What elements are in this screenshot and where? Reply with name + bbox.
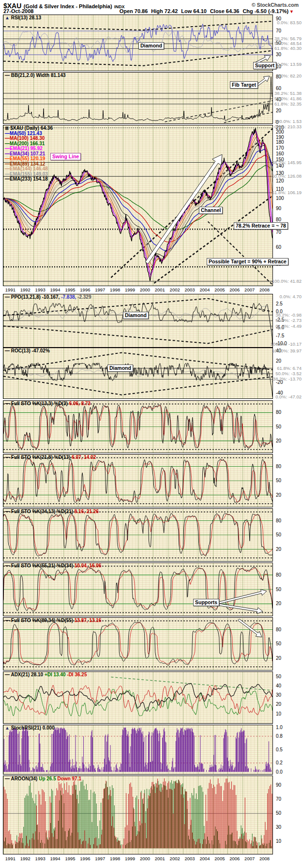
quote-label: Open [120, 8, 133, 14]
axis-tick: 60 [276, 244, 281, 249]
year-label: 2000 [140, 287, 150, 292]
fib-retracement-label: 0.0%: -47.02 [275, 394, 302, 399]
legend-item: — Full STO %K(89,34) %D(55) [5, 618, 75, 623]
legend-item: — ADX(21) 28.10 [5, 672, 45, 677]
year-label: 2008 [259, 287, 270, 292]
panel-aroon-chart [3, 776, 272, 854]
panel-sto-21-8-chart [3, 455, 272, 507]
x-axis-years: 1991199219931994199519961997199819992000… [3, 287, 273, 293]
axis-roc: 4020-20-40100.0%: 39.9761.8%: 6.7450.0%:… [274, 348, 302, 399]
legend-item: 6.06, 8.73 [69, 401, 91, 406]
stockcharts-chart: $XAU (Gold & Silver Index - Philadelphia… [0, 0, 302, 868]
panel-sto-34-13-legend: — Full STO %K(34,13) %D(21) 8.16, 21.26 [5, 509, 99, 515]
panel-sto-55-21: — Full STO %K(55,21) %D(34) 10.04, 16.06… [3, 563, 273, 616]
axis-tick: 50 [276, 424, 281, 429]
legend-item: 10.04, 16.06 [75, 563, 102, 568]
axis-tick: 200 [276, 129, 284, 134]
quote-value: 72.42 [165, 8, 178, 14]
axis-tick: 50 [276, 532, 281, 537]
quote-value: 64.10 [193, 8, 207, 14]
legend-item: —MA(100) 148.30 [5, 136, 45, 141]
legend-item: 6.07, 14.02 [72, 455, 96, 460]
axis-tick: 100 [276, 195, 284, 200]
axis-sto-34-13: 805020 [274, 508, 302, 562]
quote-label: Chg [242, 8, 253, 14]
quote-label: High [151, 8, 163, 14]
panel-price-main: ≣ $XAU (Daily) 64.36—MA(50) 121.43—MA(10… [3, 125, 273, 286]
axis-tick: 90 [276, 206, 281, 211]
year-label: 1994 [50, 287, 60, 292]
year-label: 1993 [35, 856, 45, 861]
quote-value: -6.50 (-9.17%) [255, 8, 288, 14]
legend-item: —EMA(155) 149.03 [5, 171, 48, 177]
axis-tick: 50 [276, 673, 281, 679]
callout-arrow [238, 619, 262, 637]
fib-retracement-label: 61.8%: -4.49 [275, 323, 302, 328]
fib-retracement-label: 50.0%: 126.08 [272, 173, 302, 179]
quote-row: 27-Oct-2008 Open70.86High72.42Low64.10Cl… [3, 8, 299, 15]
year-label: 2001 [155, 287, 165, 292]
fib-retracement-label: 38.2%: 145.95 [272, 159, 302, 165]
year-label: 2003 [185, 287, 195, 292]
legend-item: — PPO(13,21,8) -10.167, [5, 294, 60, 300]
panel-rsi-chart [3, 15, 272, 71]
trendline-dashed [111, 677, 272, 691]
axis-tick: 0.2 [276, 760, 283, 765]
legend-item: -2.329 [76, 294, 91, 300]
year-label: 1998 [110, 287, 120, 292]
site-credit: © StockCharts.com [252, 2, 299, 8]
fib-retracement-label: 61.8%: 40.30 [274, 46, 302, 51]
fib-retracement-label: 38.2%: -13.70 [273, 376, 302, 381]
axis-tick: 10 [276, 711, 281, 716]
change-dropdown-icon[interactable]: ▼ [289, 9, 294, 14]
axis-tick: 180 [276, 139, 284, 144]
legend-item: —EMA(144) 146.48 [5, 166, 48, 171]
panel-adx: — ADX(21) 28.10 +DI 13.40 -DI 36.25 [3, 671, 273, 724]
fib-retracement-label: 38.2%: 51.38 [274, 90, 302, 95]
panel-ppo-chart [3, 294, 272, 347]
axis-stochrsi: 1.00.80.50.20.0 [274, 725, 302, 775]
legend-item: RSI(13) 28.13 [10, 15, 41, 20]
series-line [3, 513, 272, 556]
fib-retracement-label: 50.0%: -2.73 [275, 318, 302, 323]
year-label: 1995 [65, 287, 75, 292]
axis-tick: 30 [276, 52, 281, 57]
axis-tick: 50 [276, 810, 281, 816]
legend-item: — Full STO %K(13,3) %D(3) [5, 401, 69, 406]
axis-tick: 20 [276, 108, 281, 113]
quote-label: Low [181, 8, 192, 14]
fib-retracement-label: 100.0%: -10.17 [271, 341, 302, 347]
panel-sto-55-21-legend: — Full STO %K(55,21) %D(34) 10.04, 16.06 [5, 563, 101, 569]
annotation-78-2-retrace-78: 78.2% Retrace = ~ 78 [234, 222, 288, 229]
year-label: 2007 [244, 856, 255, 861]
legend-item: —EMA(34) 107.21 [5, 151, 45, 156]
panel-ppo-legend: — PPO(13,21,8) -10.167, -7.838, -2.329 [5, 295, 91, 300]
year-label: 1996 [80, 287, 90, 292]
fib-retracement-label: 0.0%: 4.70 [280, 294, 302, 299]
axis-tick: 160 [276, 151, 284, 156]
annotation-diamond: Diamond [107, 365, 133, 372]
axis-tick: 50 [276, 478, 281, 483]
legend-item: —EMA(55) 120.19 [5, 156, 45, 161]
series-line [3, 567, 272, 611]
fib-retracement-label: 38.2%: -0.98 [275, 312, 302, 317]
axis-sto-55-21: 805020 [274, 563, 302, 616]
panel-roc: — ROC(13) -47.02%Diamond [3, 348, 273, 399]
year-label: 1997 [95, 287, 105, 292]
axis-tick: 1.0 [276, 724, 283, 730]
annotation-supports: Supports [193, 599, 219, 606]
year-label: 1994 [50, 856, 60, 861]
axis-sto-13-3: 805020 [274, 400, 302, 453]
axis-tick: 20 [276, 546, 281, 551]
year-label: 1999 [125, 856, 135, 861]
axis-tick: 20 [276, 358, 281, 364]
axis-tick: 30 [276, 692, 281, 698]
axis-tick: 80 [276, 626, 281, 632]
panel-stochrsi-chart [3, 725, 272, 774]
axis-tick: 40 [276, 683, 281, 688]
annotation-diamond: Diamond [123, 312, 149, 319]
panel-adx-chart [3, 672, 272, 723]
year-label: 2007 [244, 287, 255, 292]
axis-bbwidth: 8060402000.0%: 82.2038.2%: 51.3850.0%: 4… [274, 72, 302, 124]
year-label: 1998 [110, 856, 120, 861]
